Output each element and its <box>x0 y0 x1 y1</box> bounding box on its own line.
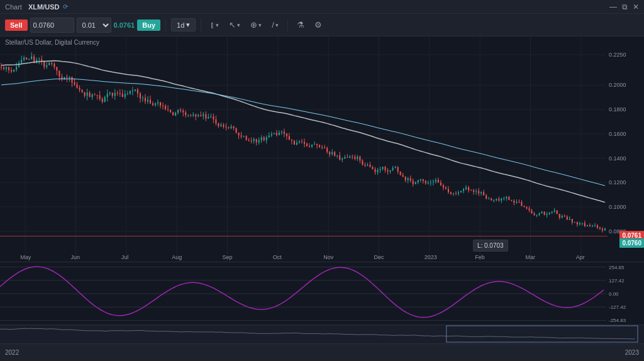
divider-1 <box>165 19 166 31</box>
toolbar: Sell 0.01 0.0761 Buy 1d ▾ ⫿ ▾ ↖ ▾ ⊕ ▾ / … <box>0 14 644 36</box>
divider-2 <box>201 19 201 31</box>
sell-button[interactable]: Sell <box>5 19 28 31</box>
crosshair-button[interactable]: ⊕ ▾ <box>247 18 265 31</box>
flask-button[interactable]: ⚗ <box>293 18 308 31</box>
settings-icon: ⚙ <box>314 20 322 30</box>
chart-subtitle: Stellar/US Dollar, Digital Currency <box>5 39 99 46</box>
sync-icon[interactable]: ⟳ <box>63 3 68 10</box>
pair-label: XLM/USD <box>28 3 60 11</box>
window-controls[interactable]: — ⧉ ✕ <box>609 3 639 11</box>
mini-chart-canvas[interactable] <box>0 325 644 343</box>
maximize-icon[interactable]: ⧉ <box>622 3 628 11</box>
cursor-chevron-icon: ▾ <box>237 22 240 28</box>
price-tooltip: L: 0.0703 <box>473 240 508 252</box>
timeframe-label: 1d <box>177 21 184 29</box>
close-icon[interactable]: ✕ <box>633 3 639 11</box>
divider-3 <box>287 19 288 31</box>
price-chart-canvas[interactable] <box>0 36 644 262</box>
settings-button[interactable]: ⚙ <box>311 18 326 31</box>
draw-button[interactable]: / ▾ <box>268 18 282 31</box>
step-select[interactable]: 0.01 <box>77 18 111 33</box>
cursor-icon: ↖ <box>229 20 236 30</box>
year-2022-label: 2022 <box>5 349 19 356</box>
buy-button[interactable]: Buy <box>137 19 160 31</box>
year-2023-label: 2023 <box>625 349 639 356</box>
mini-chart[interactable] <box>0 325 644 343</box>
cursor-button[interactable]: ↖ ▾ <box>225 18 244 31</box>
minimize-icon[interactable]: — <box>609 3 617 11</box>
indicator-chevron-icon: ▾ <box>216 22 219 28</box>
price-alert-line <box>0 236 608 236</box>
oscillator-canvas <box>0 262 644 325</box>
title-bar: Chart XLM/USD ⟳ — ⧉ ✕ <box>0 0 644 14</box>
indicator-button[interactable]: ⫿ ▾ <box>206 18 223 31</box>
timeframe-selector[interactable]: 1d ▾ <box>171 18 196 31</box>
oscillator-panel <box>0 262 644 325</box>
app-label: Chart <box>5 3 22 11</box>
chart-container: Stellar/US Dollar, Digital Currency 0.07… <box>0 36 644 361</box>
timeframe-chevron-icon: ▾ <box>186 21 190 29</box>
buy-price-display: 0.0761 <box>114 21 135 29</box>
crosshair-chevron-icon: ▾ <box>258 22 262 28</box>
indicator-icon: ⫿ <box>210 20 214 30</box>
bottom-bar: 2022 2023 <box>0 343 644 361</box>
buy-price-badge: 0.0760 <box>619 238 644 248</box>
draw-line-icon: / <box>272 20 274 30</box>
main-chart[interactable]: Stellar/US Dollar, Digital Currency 0.07… <box>0 36 644 262</box>
sell-price-display <box>30 18 74 33</box>
draw-chevron-icon: ▾ <box>275 22 279 28</box>
crosshair-icon: ⊕ <box>250 20 257 30</box>
flask-icon: ⚗ <box>297 20 304 30</box>
